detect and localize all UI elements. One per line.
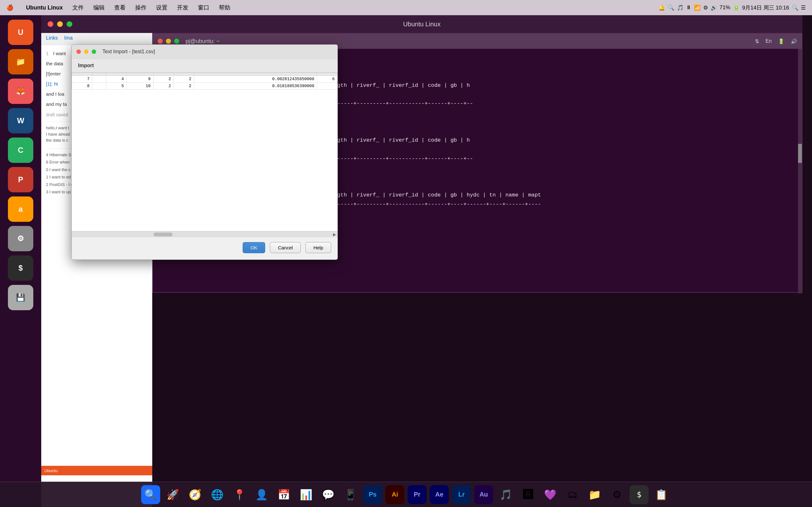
sidebar-item-writer[interactable]: W bbox=[8, 108, 33, 133]
sidebar-item-amazon[interactable]: a bbox=[8, 196, 33, 222]
text-import-dialog: Text Import - [test1.csv] Import 749220.… bbox=[71, 44, 338, 260]
col-header-1 bbox=[92, 73, 106, 76]
calc-icon: C bbox=[18, 146, 23, 155]
terminal-icon: $ bbox=[18, 264, 22, 273]
col-header-4 bbox=[153, 73, 173, 76]
scroll-right-arrow[interactable]: ▶ bbox=[333, 232, 336, 237]
col-header-6 bbox=[194, 73, 317, 76]
writer-icon: W bbox=[17, 116, 24, 125]
dock-chat[interactable]: 💬 bbox=[319, 485, 338, 504]
dock-ps[interactable]: Ps bbox=[363, 485, 382, 504]
minimize-button[interactable] bbox=[57, 21, 63, 27]
terminal-scrollbar-thumb[interactable] bbox=[798, 144, 802, 163]
wifi-icon[interactable]: 📶 bbox=[694, 4, 701, 11]
links-nav[interactable]: Links bbox=[46, 35, 58, 41]
bottom-dock: 🔍 🚀 🧭 🌐 📍 👤 📅 📊 💬 📱 Ps Ai Pr Ae Lr Au 🎵 … bbox=[0, 482, 812, 507]
search-icon[interactable]: 🔍 bbox=[668, 4, 674, 11]
control-center-icon[interactable]: ☰ bbox=[801, 4, 806, 11]
terminal-arrows-icon[interactable]: ⇅ bbox=[755, 38, 759, 44]
dock-ae[interactable]: Ae bbox=[430, 485, 449, 504]
table-cell: 2 bbox=[153, 76, 173, 83]
dock-au[interactable]: Au bbox=[474, 485, 493, 504]
dock-chrome[interactable]: 🌐 bbox=[208, 485, 227, 504]
files-icon: 📁 bbox=[16, 57, 26, 66]
dialog-import-bar: Import bbox=[72, 59, 338, 72]
music-icon[interactable]: 🎵 bbox=[677, 4, 683, 11]
dock-finder2[interactable]: 📋 bbox=[652, 485, 671, 504]
battery-icon: 🔋 bbox=[733, 4, 740, 11]
terminal-scrollbar[interactable] bbox=[798, 49, 802, 293]
dialog-close-button[interactable] bbox=[77, 49, 81, 54]
dock-itunes[interactable]: 🎵 bbox=[496, 485, 515, 504]
dialog-minimize-button[interactable] bbox=[84, 49, 89, 54]
dock-launchpad[interactable]: 🚀 bbox=[163, 485, 183, 504]
dock-appstore[interactable]: 🅰 bbox=[519, 485, 538, 504]
terminal-maximize-button[interactable] bbox=[174, 39, 179, 44]
terminal-battery-icon: 🔋 bbox=[778, 38, 784, 44]
menu-file[interactable]: 文件 bbox=[72, 4, 84, 11]
dock-chart[interactable]: 📊 bbox=[297, 485, 316, 504]
ok-button[interactable]: OK bbox=[243, 242, 265, 253]
sidebar-item-impress[interactable]: P bbox=[8, 167, 33, 192]
import-label: Import bbox=[78, 63, 94, 68]
terminal-close-button[interactable] bbox=[158, 39, 163, 44]
terminal-volume-icon: 🔊 bbox=[791, 38, 797, 44]
pause-icon[interactable]: ⏸ bbox=[686, 4, 692, 11]
sidebar-item-files[interactable]: 📁 bbox=[8, 49, 33, 74]
sidebar-item-terminal[interactable]: $ bbox=[8, 256, 33, 281]
menu-window[interactable]: 窗口 bbox=[198, 4, 209, 11]
table-cell: 6 bbox=[317, 76, 337, 83]
ubuntu-indicator-bar: Ubuntu bbox=[41, 466, 152, 475]
sidebar-item-settings[interactable]: ⚙ bbox=[8, 226, 33, 251]
sidebar-item-ubuntu[interactable]: U bbox=[8, 20, 33, 45]
horizontal-scrollbar[interactable]: ▶ bbox=[72, 231, 338, 237]
dock-maps[interactable]: 📍 bbox=[230, 485, 249, 504]
dock-terminal[interactable]: $ bbox=[629, 485, 649, 504]
dock-finder[interactable]: 🔍 bbox=[141, 485, 160, 504]
cancel-button[interactable]: Cancel bbox=[270, 242, 301, 253]
dock-wechat[interactable]: 📱 bbox=[341, 485, 360, 504]
dock-person[interactable]: 👤 bbox=[252, 485, 271, 504]
dock-more3[interactable]: ⚙ bbox=[607, 485, 626, 504]
app-name[interactable]: Ubuntu Linux bbox=[26, 4, 63, 11]
menu-help[interactable]: 帮助 bbox=[219, 4, 230, 11]
col-header-7 bbox=[317, 73, 337, 76]
sidebar: U 📁 🦊 W C P a ⚙ $ 💾 bbox=[0, 15, 41, 507]
spotlight-icon[interactable]: 🔍 bbox=[792, 4, 798, 11]
menu-action[interactable]: 操作 bbox=[135, 4, 147, 11]
datetime: 9月14日 周三 10:16 bbox=[742, 4, 789, 11]
dialog-maximize-button[interactable] bbox=[92, 49, 96, 54]
close-button[interactable] bbox=[48, 21, 53, 27]
sidebar-item-hdd[interactable]: 💾 bbox=[8, 285, 33, 310]
dock-lr[interactable]: Lr bbox=[452, 485, 471, 504]
dialog-buttons: OK Cancel Help bbox=[243, 242, 331, 253]
sidebar-item-firefox[interactable]: 🦊 bbox=[8, 78, 33, 104]
scrollbar-thumb[interactable] bbox=[154, 233, 172, 236]
dock-folder[interactable]: 📁 bbox=[585, 485, 604, 504]
dialog-table-area: 749220.00281243585000068510220.018188536… bbox=[72, 72, 338, 231]
dock-more1[interactable]: 💜 bbox=[541, 485, 560, 504]
help-button[interactable]: Help bbox=[305, 242, 331, 253]
dock-pr[interactable]: Pr bbox=[408, 485, 426, 504]
dock-ai[interactable]: Ai bbox=[386, 485, 404, 504]
menu-view[interactable]: 查看 bbox=[114, 4, 125, 11]
apple-menu[interactable]: 🍎 bbox=[6, 4, 13, 11]
table-cell: 7 bbox=[72, 76, 92, 83]
menubar: 🍎 Ubuntu Linux 文件 编辑 查看 操作 设置 开发 窗口 帮助 🔔… bbox=[0, 0, 812, 15]
menu-dev[interactable]: 开发 bbox=[177, 4, 189, 11]
notification-icon[interactable]: 🔔 bbox=[658, 4, 665, 11]
ubuntu-icon: U bbox=[18, 28, 23, 37]
dock-calendar[interactable]: 📅 bbox=[274, 485, 293, 504]
menu-settings[interactable]: 设置 bbox=[156, 4, 167, 11]
dock-safari[interactable]: 🧭 bbox=[186, 485, 205, 504]
menu-edit[interactable]: 编辑 bbox=[93, 4, 105, 11]
table-cell: 5 bbox=[106, 83, 126, 90]
amazon-icon: a bbox=[18, 205, 22, 214]
sidebar-item-calc[interactable]: C bbox=[8, 137, 33, 163]
images-nav[interactable]: Ima bbox=[64, 35, 72, 41]
terminal-minimize-button[interactable] bbox=[166, 39, 171, 44]
dock-more2[interactable]: 🗂 bbox=[563, 485, 582, 504]
bluetooth-icon[interactable]: ⚙ bbox=[703, 4, 708, 11]
maximize-button[interactable] bbox=[67, 21, 72, 27]
volume-icon[interactable]: 🔊 bbox=[711, 4, 717, 11]
